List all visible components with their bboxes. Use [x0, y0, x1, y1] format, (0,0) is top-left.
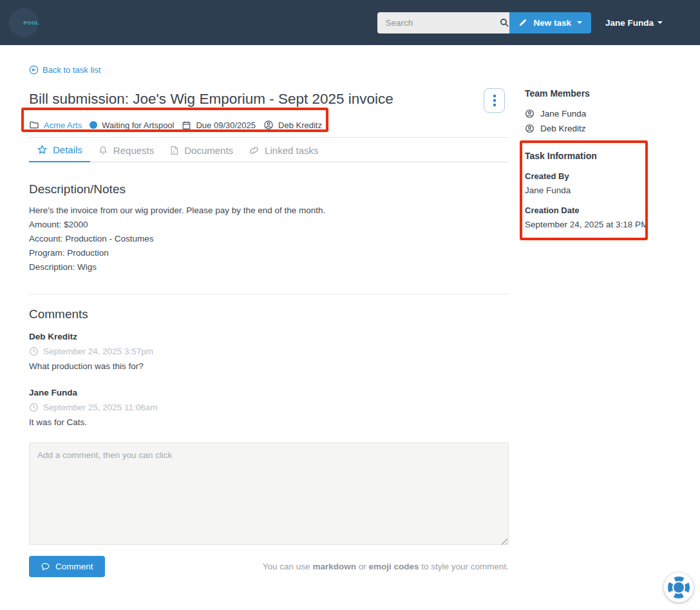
comment-timestamp: September 24, 2025 3:57pm	[43, 347, 153, 356]
navbar-right-group: New task Jane Funda	[377, 12, 663, 33]
main-content: Back to task list Bill submission: Joe's…	[29, 65, 509, 577]
comments-heading: Comments	[29, 307, 509, 321]
tab-requests[interactable]: Requests	[90, 138, 162, 162]
document-icon: 1	[169, 145, 179, 156]
comment-timestamp: September 25, 2025 11:06am	[43, 403, 158, 412]
comment-actions-row: Comment You can use markdown or emoji co…	[29, 556, 509, 577]
comment-item: Deb Kreditz September 24, 2025 3:57pm Wh…	[29, 332, 509, 371]
search-input[interactable]	[385, 18, 499, 28]
lifebuoy-icon	[667, 576, 690, 599]
link-icon	[249, 145, 260, 156]
description-line: Here's the invoice from our wig provider…	[29, 206, 509, 216]
clock-icon	[29, 347, 39, 356]
folder-icon	[29, 120, 39, 130]
bell-icon	[98, 145, 108, 156]
meta-assignee: Deb Kreditz	[263, 120, 322, 130]
team-member-name: Jane Funda	[540, 109, 586, 119]
creation-date-label: Creation Date	[525, 205, 654, 215]
team-members-list: Jane Funda Deb Kreditz	[525, 109, 654, 133]
comment-button-label: Comment	[55, 562, 93, 571]
clock-icon	[29, 403, 39, 412]
user-name: Jane Funda	[605, 18, 654, 28]
team-member-name: Deb Kreditz	[540, 124, 586, 133]
task-information-heading: Task Information	[525, 151, 654, 161]
meta-status: Waiting for Artspool	[90, 120, 174, 130]
kebab-icon	[493, 95, 496, 97]
team-members-heading: Team Members	[525, 88, 654, 99]
created-by-label: Created By	[525, 171, 654, 181]
tab-documents[interactable]: 1 Documents	[162, 138, 241, 162]
person-circle-icon	[525, 109, 534, 119]
description-line: Description: Wigs	[29, 263, 509, 272]
new-task-label: New task	[533, 18, 571, 28]
search-box	[377, 12, 509, 33]
calendar-icon	[182, 120, 191, 130]
team-member-row: Deb Kreditz	[525, 124, 654, 133]
tab-bar: Details Requests 1 Documents	[29, 138, 509, 162]
description-line: Account: Production - Costumes	[29, 234, 509, 244]
search-icon[interactable]	[499, 17, 509, 28]
task-meta-row: Acme Arts Waiting for Artspool Due 09/30…	[29, 119, 509, 131]
comment-item: Jane Funda September 25, 2025 11:06am It…	[29, 388, 509, 427]
description-body: Here's the invoice from our wig provider…	[29, 206, 509, 272]
comment-hint: You can use markdown or emoji codes to s…	[263, 562, 509, 571]
logo-text-arts: ARTS	[8, 20, 23, 26]
comment-input[interactable]	[29, 443, 509, 545]
client-link[interactable]: Acme Arts	[44, 120, 82, 130]
description-line: Program: Production	[29, 249, 509, 258]
top-navbar: ARTSPOOL New task Jane Funda	[0, 0, 700, 45]
due-date-label: Due 09/30/2025	[196, 120, 256, 130]
comment-input-wrap	[29, 443, 509, 548]
description-heading: Description/Notes	[29, 182, 509, 196]
section-divider	[29, 294, 509, 294]
task-information-panel: Task Information Created By Jane Funda C…	[525, 151, 654, 229]
back-to-task-list-link[interactable]: Back to task list	[29, 65, 100, 75]
speech-bubble-icon	[41, 562, 50, 571]
star-icon	[37, 144, 48, 155]
comment-author: Jane Funda	[29, 388, 509, 397]
tab-requests-label: Requests	[113, 145, 154, 156]
back-link-label: Back to task list	[43, 65, 100, 75]
comment-timestamp-row: September 24, 2025 3:57pm	[29, 347, 509, 356]
comment-button[interactable]: Comment	[29, 556, 105, 577]
comment-text: It was for Cats.	[29, 417, 509, 427]
chevron-down-icon	[657, 21, 663, 24]
description-line: Amount: $2000	[29, 220, 509, 230]
chevron-down-icon	[577, 21, 582, 24]
meta-client: Acme Arts	[29, 120, 82, 130]
creation-date-value: September 24, 2025 at 3:18 PM	[525, 220, 654, 229]
tab-documents-label: Documents	[184, 145, 233, 156]
person-circle-icon	[263, 120, 274, 130]
logo-text-pool: POOL	[24, 20, 39, 26]
page-title: Bill submission: Joe's Wig Emporium - Se…	[29, 91, 509, 108]
document-count-badge: 1	[173, 148, 175, 153]
back-arrow-icon	[29, 65, 39, 75]
user-menu[interactable]: Jane Funda	[605, 18, 663, 28]
help-widget-button[interactable]	[664, 573, 694, 602]
comment-author: Deb Kreditz	[29, 332, 509, 341]
tab-details-label: Details	[53, 144, 82, 155]
new-task-button[interactable]: New task	[509, 12, 591, 33]
artspool-logo[interactable]: ARTSPOOL	[9, 8, 39, 37]
comment-text: What production was this for?	[29, 361, 509, 371]
right-sidebar: Team Members Jane Funda Deb Kreditz Task…	[525, 88, 654, 229]
person-circle-icon	[525, 124, 534, 133]
created-by-value: Jane Funda	[525, 186, 654, 195]
tab-linked-tasks-label: Linked tasks	[265, 145, 318, 156]
status-dot-icon	[90, 121, 97, 129]
assignee-label: Deb Kreditz	[278, 120, 322, 130]
team-member-row: Jane Funda	[525, 109, 654, 119]
status-label: Waiting for Artspool	[102, 120, 174, 130]
comment-timestamp-row: September 25, 2025 11:06am	[29, 403, 509, 412]
meta-due-date: Due 09/30/2025	[182, 120, 256, 130]
task-options-button[interactable]	[484, 88, 505, 113]
tab-linked-tasks[interactable]: Linked tasks	[241, 138, 326, 162]
tab-details[interactable]: Details	[29, 138, 90, 162]
pencil-icon	[518, 18, 527, 27]
